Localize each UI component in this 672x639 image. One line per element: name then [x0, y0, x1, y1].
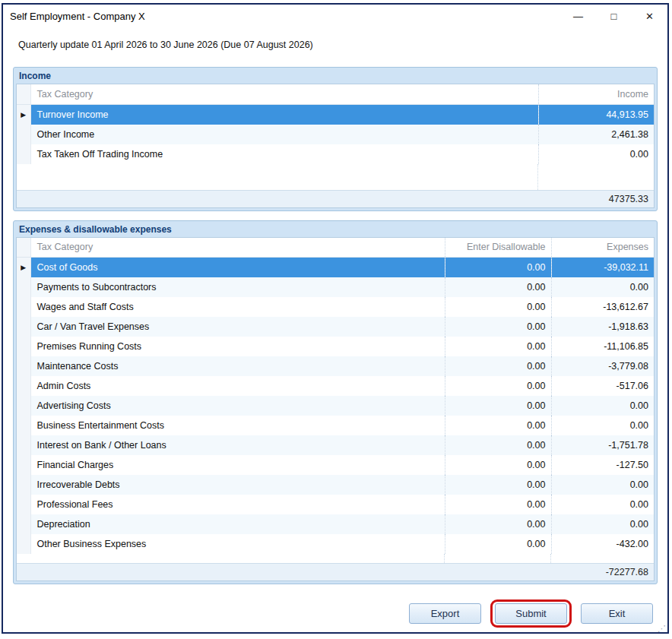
- disallowable-value-cell[interactable]: 0.00: [445, 376, 551, 396]
- resize-grip[interactable]: ⋰: [658, 625, 666, 632]
- expenses-value-cell[interactable]: -39,032.11: [551, 258, 654, 278]
- income-col-income[interactable]: Income: [538, 84, 654, 104]
- expense-row[interactable]: Maintenance Costs 0.00 -3,779.08: [17, 356, 654, 376]
- tax-category-cell: Payments to Subcontractors: [30, 277, 445, 297]
- expense-row[interactable]: Financial Charges 0.00 -127.50: [17, 455, 654, 475]
- expenses-value-cell[interactable]: -127.50: [551, 455, 654, 475]
- income-value-cell[interactable]: 44,913.95: [538, 104, 654, 125]
- expense-row[interactable]: Premises Running Costs 0.00 -11,106.85: [17, 337, 654, 356]
- expenses-value-cell[interactable]: 0.00: [551, 277, 654, 297]
- expenses-value-cell[interactable]: 0.00: [551, 416, 654, 435]
- tax-category-cell: Financial Charges: [30, 455, 445, 475]
- disallowable-value-cell[interactable]: 0.00: [445, 277, 551, 297]
- expenses-value-cell[interactable]: -1,751.78: [551, 435, 654, 455]
- titlebar: Self Employment - Company X — □ ✕: [3, 5, 667, 27]
- tax-category-cell: Other Business Expenses: [30, 534, 445, 554]
- income-value-cell[interactable]: 2,461.38: [538, 125, 654, 144]
- expenses-value-cell[interactable]: -11,106.85: [551, 337, 654, 356]
- expenses-total-value: -72277.68: [606, 567, 648, 577]
- expenses-value-cell[interactable]: -432.00: [551, 534, 654, 554]
- maximize-button[interactable]: □: [596, 5, 632, 27]
- tax-category-cell: Irrecoverable Debts: [30, 475, 445, 495]
- income-row[interactable]: Tax Taken Off Trading Income 0.00: [17, 144, 654, 164]
- disallowable-value-cell[interactable]: 0.00: [445, 297, 551, 317]
- tax-category-cell: Turnover Income: [30, 104, 538, 125]
- expenses-col-tax-category[interactable]: Tax Category: [30, 238, 445, 258]
- disallowable-value-cell[interactable]: 0.00: [445, 317, 551, 337]
- tax-category-cell: Car / Van Travel Expenses: [30, 317, 445, 337]
- row-marker-icon: ▶: [21, 264, 26, 271]
- row-marker-cell: [17, 455, 30, 475]
- tax-category-cell: Advertising Costs: [30, 396, 445, 416]
- tax-category-cell: Maintenance Costs: [30, 356, 445, 376]
- expense-row[interactable]: Depreciation 0.00 0.00: [17, 514, 654, 534]
- expenses-value-cell[interactable]: -3,779.08: [551, 356, 654, 376]
- income-header-row: Tax Category Income: [17, 84, 654, 104]
- close-button[interactable]: ✕: [632, 5, 667, 27]
- disallowable-value-cell[interactable]: 0.00: [445, 337, 551, 356]
- row-marker-cell: ▶: [17, 104, 30, 125]
- disallowable-value-cell[interactable]: 0.00: [445, 435, 551, 455]
- tax-category-cell: Business Entertainment Costs: [30, 416, 445, 435]
- expenses-col-enter-disallowable[interactable]: Enter Disallowable: [445, 238, 551, 258]
- expense-row[interactable]: Admin Costs 0.00 -517.06: [17, 376, 654, 396]
- expense-row[interactable]: Other Business Expenses 0.00 -432.00: [17, 534, 654, 554]
- disallowable-value-cell[interactable]: 0.00: [445, 416, 551, 435]
- disallowable-value-cell[interactable]: 0.00: [445, 356, 551, 376]
- row-marker-cell: [17, 534, 30, 554]
- income-total-bar: 47375.33: [17, 190, 654, 207]
- expenses-col-expenses[interactable]: Expenses: [551, 238, 654, 258]
- tax-category-cell: Premises Running Costs: [30, 337, 445, 356]
- quarterly-update-label: Quarterly update 01 April 2026 to 30 Jun…: [18, 40, 667, 50]
- disallowable-value-cell[interactable]: 0.00: [445, 514, 551, 534]
- expenses-value-cell[interactable]: -1,918.63: [551, 317, 654, 337]
- row-marker-cell: [17, 277, 30, 297]
- expenses-value-cell[interactable]: 0.00: [551, 475, 654, 495]
- export-button[interactable]: Export: [409, 603, 481, 624]
- row-marker-cell: [17, 144, 30, 164]
- income-row[interactable]: Other Income 2,461.38: [17, 125, 654, 144]
- button-bar: Export Submit Exit: [3, 599, 653, 628]
- income-col-tax-category[interactable]: Tax Category: [30, 84, 538, 104]
- exit-button[interactable]: Exit: [581, 603, 653, 624]
- row-marker-cell: [17, 125, 30, 144]
- window-title: Self Employment - Company X: [3, 5, 560, 27]
- income-row[interactable]: ▶ Turnover Income 44,913.95: [17, 104, 654, 125]
- row-marker-cell: [17, 337, 30, 356]
- income-rows: ▶ Turnover Income 44,913.95 Other Income…: [17, 104, 654, 164]
- expenses-header-row: Tax Category Enter Disallowable Expenses: [17, 238, 654, 258]
- expense-row[interactable]: Payments to Subcontractors 0.00 0.00: [17, 277, 654, 297]
- expense-row[interactable]: ▶ Cost of Goods 0.00 -39,032.11: [17, 258, 654, 278]
- expense-row[interactable]: Irrecoverable Debts 0.00 0.00: [17, 475, 654, 495]
- expense-row[interactable]: Business Entertainment Costs 0.00 0.00: [17, 416, 654, 435]
- expenses-value-cell[interactable]: -13,612.67: [551, 297, 654, 317]
- expenses-value-cell[interactable]: 0.00: [551, 396, 654, 416]
- disallowable-value-cell[interactable]: 0.00: [445, 258, 551, 278]
- expense-row[interactable]: Advertising Costs 0.00 0.00: [17, 396, 654, 416]
- row-marker-cell: ▶: [17, 258, 30, 278]
- expenses-value-cell[interactable]: 0.00: [551, 514, 654, 534]
- tax-category-cell: Cost of Goods: [30, 258, 445, 278]
- row-marker-cell: [17, 396, 30, 416]
- disallowable-value-cell[interactable]: 0.00: [445, 534, 551, 554]
- income-group-title: Income: [16, 68, 655, 84]
- disallowable-value-cell[interactable]: 0.00: [445, 495, 551, 514]
- minimize-button[interactable]: —: [560, 5, 596, 27]
- income-value-cell[interactable]: 0.00: [538, 144, 654, 164]
- expense-row[interactable]: Professional Fees 0.00 0.00: [17, 495, 654, 514]
- expenses-value-cell[interactable]: 0.00: [551, 495, 654, 514]
- expenses-table: Tax Category Enter Disallowable Expenses…: [17, 238, 654, 555]
- disallowable-value-cell[interactable]: 0.00: [445, 455, 551, 475]
- dialog-window: Self Employment - Company X — □ ✕ Quarte…: [2, 3, 669, 634]
- row-marker-cell: [17, 435, 30, 455]
- minimize-icon: —: [573, 11, 583, 22]
- disallowable-value-cell[interactable]: 0.00: [445, 396, 551, 416]
- expense-row[interactable]: Wages and Staff Costs 0.00 -13,612.67: [17, 297, 654, 317]
- row-marker-cell: [17, 356, 30, 376]
- expense-row[interactable]: Interest on Bank / Other Loans 0.00 -1,7…: [17, 435, 654, 455]
- tax-category-cell: Other Income: [30, 125, 538, 144]
- disallowable-value-cell[interactable]: 0.00: [445, 475, 551, 495]
- submit-button[interactable]: Submit: [495, 603, 567, 624]
- expense-row[interactable]: Car / Van Travel Expenses 0.00 -1,918.63: [17, 317, 654, 337]
- expenses-value-cell[interactable]: -517.06: [551, 376, 654, 396]
